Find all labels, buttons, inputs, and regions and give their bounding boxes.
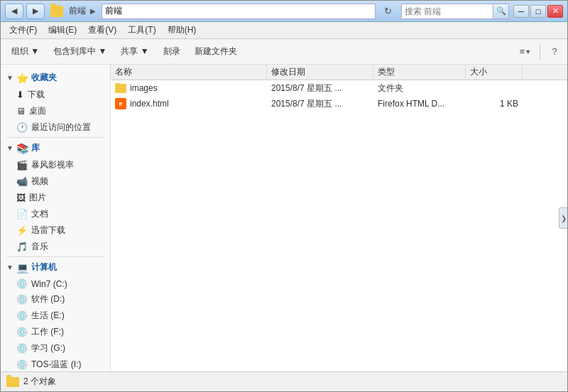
- library-group-header[interactable]: ▼ 📚 库: [1, 139, 110, 157]
- new-folder-button[interactable]: 新建文件夹: [188, 42, 244, 62]
- file-type-cell: 文件夹: [373, 82, 466, 94]
- tosi-icon: 💿: [16, 359, 28, 370]
- sidebar-item-desktop[interactable]: 🖥 桌面: [1, 103, 110, 119]
- window-controls: ─ □ ✕: [513, 5, 563, 18]
- desktop-icon: 🖥: [16, 106, 26, 116]
- studyg-icon: 💿: [16, 343, 28, 354]
- menu-view[interactable]: 查看(V): [82, 23, 122, 38]
- sidebar-item-lifee[interactable]: 💿 生活 (E:): [1, 307, 110, 324]
- search-button[interactable]: 🔍: [493, 4, 509, 19]
- col-header-type[interactable]: 类型: [373, 65, 466, 80]
- menu-tools[interactable]: 工具(T): [122, 23, 161, 38]
- col-header-date[interactable]: 修改日期: [267, 65, 373, 80]
- menu-file[interactable]: 文件(F): [4, 23, 43, 38]
- toolbar: 组织 ▼ 包含到库中 ▼ 共享 ▼ 刻录 新建文件夹 ≡ ▼ ?: [1, 39, 567, 65]
- status-count: 2 个对象: [23, 376, 56, 388]
- sidebar: ▼ ⭐ 收藏夹 ⬇ 下载 🖥 桌面 🕐 最近访问的位置 ▼ 📚 库: [1, 65, 111, 371]
- file-date-cell: 2015/8/7 星期五 ...: [267, 82, 373, 94]
- search-box: 🔍: [401, 4, 509, 19]
- storm-icon: 🎬: [16, 160, 28, 170]
- toolbar-right: ≡ ▼ ?: [517, 43, 563, 60]
- maximize-button[interactable]: □: [530, 5, 546, 18]
- favorites-group-header[interactable]: ▼ ⭐ 收藏夹: [1, 69, 110, 87]
- help-icon-button[interactable]: ?: [546, 43, 563, 60]
- burn-button[interactable]: 刻录: [157, 42, 187, 62]
- sidebar-item-photo[interactable]: 🖼 图片: [1, 190, 110, 206]
- title-bar: ◀ ▶ 前端 ▶ ↻ 🔍 ─ □ ✕: [1, 1, 567, 22]
- view-toggle-button[interactable]: ≡ ▼: [517, 43, 534, 60]
- status-bar: 2 个对象: [1, 371, 567, 391]
- menu-edit[interactable]: 编辑(E): [43, 23, 82, 38]
- expand-handle[interactable]: ❯: [559, 207, 567, 229]
- softd-icon: 💿: [16, 294, 28, 305]
- sidebar-item-workf[interactable]: 💿 工作 (F:): [1, 324, 110, 340]
- toolbar-separator: [540, 43, 540, 60]
- favorites-star-icon: ⭐: [16, 72, 28, 84]
- table-row[interactable]: ff index.html 2015/8/7 星期五 ... Firefox H…: [111, 96, 567, 111]
- file-size-cell: 1 KB: [466, 99, 523, 109]
- computer-arrow: ▼: [6, 263, 13, 271]
- include-library-button[interactable]: 包含到库中 ▼: [47, 42, 113, 62]
- file-date-cell: 2015/8/7 星期五 ...: [267, 98, 373, 110]
- sidebar-item-softd[interactable]: 💿 软件 (D:): [1, 291, 110, 307]
- library-icon: 📚: [16, 143, 28, 154]
- close-button[interactable]: ✕: [547, 5, 563, 18]
- sidebar-item-recent[interactable]: 🕐 最近访问的位置: [1, 119, 110, 136]
- file-type-cell: Firefox HTML D...: [373, 99, 466, 109]
- minimize-button[interactable]: ─: [513, 5, 529, 18]
- status-folder-icon: [6, 377, 19, 387]
- back-button[interactable]: ◀: [5, 4, 23, 19]
- doc-icon: 📄: [16, 209, 28, 219]
- menu-bar: 文件(F) 编辑(E) 查看(V) 工具(T) 帮助(H): [1, 22, 567, 39]
- file-list-area: 名称 修改日期 类型 大小 images: [111, 65, 567, 371]
- file-name-cell: ff index.html: [111, 98, 267, 109]
- win7c-icon: 💿: [16, 278, 28, 289]
- sidebar-sep1: [6, 137, 104, 138]
- sidebar-item-xunlei[interactable]: ⚡ 迅雷下载: [1, 222, 110, 239]
- file-list-body: images 2015/8/7 星期五 ... 文件夹 ff: [111, 80, 567, 371]
- lifee-icon: 💿: [16, 310, 28, 321]
- sidebar-item-music[interactable]: 🎵 音乐: [1, 239, 110, 255]
- sidebar-item-tosi[interactable]: 💿 TOS-温蓝 (I:): [1, 356, 110, 371]
- folder-icon: [50, 6, 63, 17]
- library-arrow: ▼: [6, 144, 13, 152]
- forward-button[interactable]: ▶: [26, 4, 45, 19]
- explorer-window: ◀ ▶ 前端 ▶ ↻ 🔍 ─ □ ✕: [0, 0, 568, 392]
- xunlei-icon: ⚡: [16, 225, 28, 236]
- downloads-icon: ⬇: [16, 89, 24, 100]
- music-icon: 🎵: [16, 241, 28, 252]
- breadcrumb: 前端: [69, 5, 86, 17]
- computer-group-header[interactable]: ▼ 💻 计算机: [1, 258, 110, 276]
- file-name-cell: images: [111, 83, 267, 93]
- folder-icon: [115, 84, 126, 93]
- favorites-arrow: ▼: [6, 74, 13, 82]
- refresh-button[interactable]: ↻: [380, 4, 395, 19]
- address-bar[interactable]: [102, 4, 376, 19]
- file-list-header: 名称 修改日期 类型 大小: [111, 65, 567, 80]
- col-header-name[interactable]: 名称: [111, 65, 267, 80]
- video-icon: 📹: [16, 176, 28, 187]
- workf-icon: 💿: [16, 327, 28, 337]
- table-row[interactable]: images 2015/8/7 星期五 ... 文件夹: [111, 80, 567, 96]
- sidebar-item-storm[interactable]: 🎬 暴风影视率: [1, 157, 110, 173]
- col-header-size[interactable]: 大小: [466, 65, 523, 80]
- sidebar-sep2: [6, 256, 104, 257]
- content-area: ▼ ⭐ 收藏夹 ⬇ 下载 🖥 桌面 🕐 最近访问的位置 ▼ 📚 库: [1, 65, 567, 371]
- breadcrumb-arrow: ▶: [90, 7, 96, 15]
- sidebar-item-studyg[interactable]: 💿 学习 (G:): [1, 340, 110, 356]
- share-button[interactable]: 共享 ▼: [114, 42, 155, 62]
- search-input[interactable]: [401, 4, 493, 19]
- html-file-icon: ff: [115, 98, 126, 109]
- menu-help[interactable]: 帮助(H): [162, 23, 202, 38]
- recent-icon: 🕐: [16, 122, 28, 133]
- organize-button[interactable]: 组织 ▼: [5, 42, 45, 62]
- sidebar-item-video[interactable]: 📹 视频: [1, 173, 110, 190]
- sidebar-item-doc[interactable]: 📄 文档: [1, 206, 110, 222]
- sidebar-item-downloads[interactable]: ⬇ 下载: [1, 87, 110, 103]
- photo-icon: 🖼: [16, 192, 26, 203]
- sidebar-item-win7c[interactable]: 💿 Win7 (C:): [1, 276, 110, 291]
- computer-icon: 💻: [16, 262, 28, 273]
- title-bar-left: ◀ ▶ 前端 ▶ ↻ 🔍: [5, 4, 509, 19]
